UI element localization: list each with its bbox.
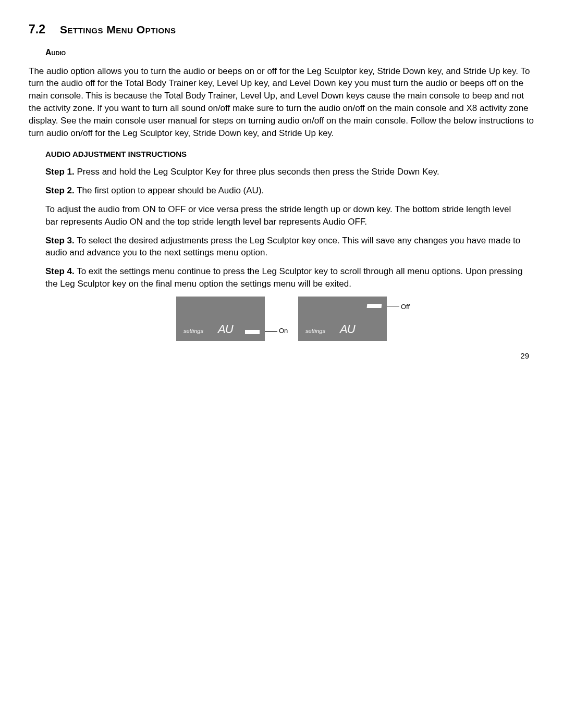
step-2-label: Step 2.: [45, 186, 75, 195]
step-3: Step 3. To select the desired adjustment…: [45, 235, 525, 260]
panel-au-label-off: AU: [340, 322, 355, 338]
display-panel-off: settings AU: [298, 297, 387, 341]
section-number: 7.2: [29, 21, 45, 38]
step-1-label: Step 1.: [45, 167, 75, 177]
instructions-heading: AUDIO ADJUSTMENT INSTRUCTIONS: [45, 149, 534, 159]
section-heading: 7.2 Settings Menu Options: [29, 21, 534, 38]
step-3-text: To select the desired adjustments press …: [45, 236, 520, 258]
step-4-label: Step 4.: [45, 266, 75, 276]
callout-label-off: Off: [401, 302, 410, 312]
figure-inner: settings AU On settings AU Off: [176, 297, 387, 341]
step-1: Step 1. Press and hold the Leg Sculptor …: [45, 166, 525, 178]
callout-line-off: [387, 306, 399, 306]
callout-line-on: [265, 331, 277, 332]
step-2-extra: To adjust the audio from ON to OFF or vi…: [45, 203, 525, 228]
indicator-bar-off: [367, 304, 382, 308]
step-2: Step 2. The first option to appear shoul…: [45, 184, 525, 197]
panel-settings-label-off: settings: [305, 327, 325, 335]
figure-container: settings AU On settings AU Off: [29, 297, 534, 341]
panel-on-wrapper: settings AU On: [176, 297, 265, 341]
panel-settings-label-on: settings: [183, 327, 203, 335]
indicator-bar-on: [245, 330, 260, 334]
step-4: Step 4. To exit the settings menu contin…: [45, 265, 525, 290]
page-number: 29: [29, 350, 529, 361]
callout-label-on: On: [279, 326, 288, 336]
step-4-text: To exit the settings menu continue to pr…: [45, 266, 522, 289]
panel-off-wrapper: settings AU Off: [298, 297, 387, 341]
display-panel-on: settings AU: [176, 297, 265, 341]
step-1-text: Press and hold the Leg Sculptor Key for …: [75, 167, 439, 177]
step-3-label: Step 3.: [45, 236, 75, 245]
subsection-title: Audio: [45, 47, 534, 58]
panel-au-label-on: AU: [218, 322, 233, 338]
section-title: Settings Menu Options: [60, 22, 176, 37]
intro-paragraph: The audio option allows you to turn the …: [29, 65, 534, 140]
step-2-text: The first option to appear should be Aud…: [75, 186, 264, 195]
